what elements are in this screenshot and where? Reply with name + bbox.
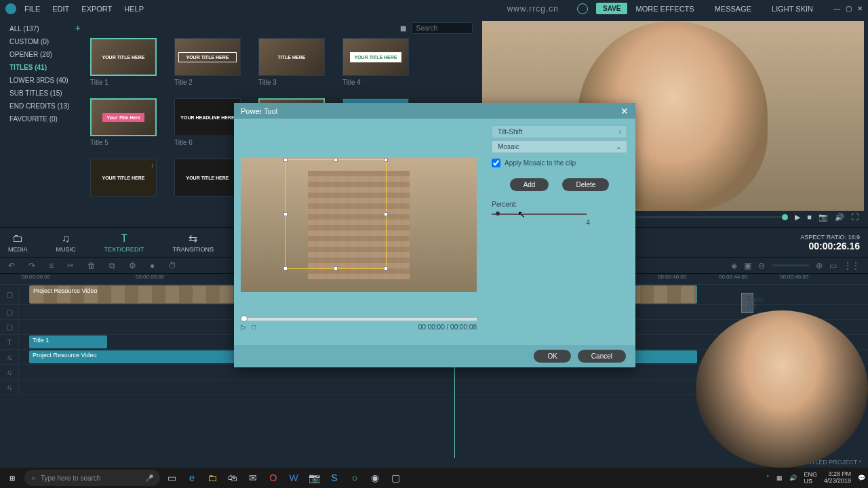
menu-message[interactable]: MESSAGE xyxy=(715,5,751,13)
maximize-icon[interactable]: ▢ xyxy=(846,5,852,12)
photos-icon[interactable]: 📷 xyxy=(305,469,323,487)
sidebar-item-custom[interactable]: CUSTOM (0) xyxy=(0,35,85,48)
tab-transitions[interactable]: ⇆TRANSITIONS xyxy=(173,232,214,253)
track-head-title[interactable]: T xyxy=(0,335,19,349)
download-icon[interactable]: ↓ xyxy=(151,161,154,169)
crop-handle[interactable] xyxy=(283,158,288,162)
menu-light-skin[interactable]: LIGHT SKIN xyxy=(772,5,813,13)
title-thumb[interactable]: YOUR TITLE HERE xyxy=(90,38,157,76)
modal-stop-icon[interactable]: □ xyxy=(252,323,256,331)
view-options-icon[interactable]: ⋮⋮ xyxy=(844,261,860,270)
search-input[interactable] xyxy=(412,22,473,34)
crop-icon[interactable]: ⧉ xyxy=(109,261,115,270)
language-indicator[interactable]: ENGUS xyxy=(804,471,817,485)
task-view-icon[interactable]: ▭ xyxy=(163,469,180,487)
system-clock[interactable]: 3:28 PM4/23/2019 xyxy=(824,471,851,485)
cut-icon[interactable]: ✂ xyxy=(67,261,74,270)
app-icon[interactable]: ▢ xyxy=(387,469,404,487)
percent-slider[interactable] xyxy=(492,214,587,215)
explorer-icon[interactable]: 🗀 xyxy=(203,469,221,487)
add-category-icon[interactable]: + xyxy=(75,22,81,33)
title-clip[interactable]: Title 1 xyxy=(29,336,107,348)
tilt-shift-panel[interactable]: Tilt-Shift› xyxy=(492,125,627,138)
crop-handle[interactable] xyxy=(384,266,388,270)
zoom-out-icon[interactable]: ⊖ xyxy=(758,261,765,270)
modal-seek-slider[interactable] xyxy=(241,318,477,321)
title-thumb[interactable]: YOUR TITLE HERE xyxy=(342,38,409,76)
track-head-overlay2[interactable]: ▢ xyxy=(0,320,19,334)
crop-handle[interactable] xyxy=(283,212,288,216)
sidebar-item-lower3rds[interactable]: LOWER 3RDS (40) xyxy=(0,74,85,87)
user-icon[interactable] xyxy=(577,3,588,14)
crop-handle[interactable] xyxy=(283,266,288,270)
title-thumb[interactable]: YOUR HEADLINE HERE xyxy=(174,98,241,136)
notifications-icon[interactable]: 💬 xyxy=(858,474,865,481)
power-tool-icon[interactable]: ⚙ xyxy=(129,261,136,270)
opera-icon[interactable]: O xyxy=(264,469,282,487)
title-thumb[interactable]: Your Title Here xyxy=(90,98,157,136)
crop-handle[interactable] xyxy=(384,212,388,216)
menu-more-effects[interactable]: MORE EFFECTS xyxy=(635,5,694,13)
mosaic-crop-box[interactable] xyxy=(285,159,387,269)
save-button[interactable]: SAVE xyxy=(596,3,628,14)
volume-tray-icon[interactable]: 🔊 xyxy=(789,474,797,481)
modal-play-icon[interactable]: ▷ xyxy=(241,323,246,331)
dialog-close-icon[interactable]: ✕ xyxy=(620,106,629,117)
track-head-audio[interactable]: ♫ xyxy=(0,350,19,364)
sidebar-item-all[interactable]: ALL (137) xyxy=(0,22,85,35)
camera-icon[interactable]: 📷 xyxy=(818,213,828,222)
close-icon[interactable]: ✕ xyxy=(857,5,863,12)
cancel-button[interactable]: Cancel xyxy=(578,350,626,363)
menu-export[interactable]: EXPORT xyxy=(81,5,112,13)
sidebar-item-favourite[interactable]: FAVOURITE (0) xyxy=(0,113,85,125)
store-icon[interactable]: 🛍 xyxy=(224,469,241,487)
zoom-slider[interactable] xyxy=(772,264,809,266)
whatsapp-icon[interactable]: ○ xyxy=(346,469,363,487)
minimize-icon[interactable]: — xyxy=(833,5,840,12)
track-head-audio3[interactable]: ♫ xyxy=(0,380,19,394)
tray-chevron-icon[interactable]: ˄ xyxy=(766,474,770,481)
track-head-audio2[interactable]: ♫ xyxy=(0,365,19,379)
ok-button[interactable]: OK xyxy=(534,350,570,363)
settings-icon[interactable]: ≡ xyxy=(49,261,54,270)
zoom-in-icon[interactable]: ⊕ xyxy=(816,261,823,270)
track-head-overlay[interactable]: ▢ xyxy=(0,305,19,319)
undo-icon[interactable]: ↶ xyxy=(8,261,15,270)
stop-icon[interactable]: ■ xyxy=(807,213,812,221)
mosaic-panel[interactable]: Mosaic⌄ xyxy=(492,140,627,153)
network-icon[interactable]: ▦ xyxy=(776,474,783,481)
record-icon[interactable]: ● xyxy=(150,261,155,270)
crop-handle[interactable] xyxy=(384,158,388,162)
chrome-icon[interactable]: ◉ xyxy=(366,469,384,487)
grid-view-icon[interactable]: ▦ xyxy=(400,24,406,32)
marker-icon[interactable]: ◈ xyxy=(731,261,737,270)
sidebar-item-opener[interactable]: OPENER (28) xyxy=(0,48,85,61)
render-icon[interactable]: ▣ xyxy=(744,261,751,270)
face-off-panel[interactable]: Face Off› xyxy=(741,293,753,313)
tab-media[interactable]: 🗀MEDIA xyxy=(8,232,28,253)
sidebar-item-subtitles[interactable]: SUB TITLES (15) xyxy=(0,87,85,100)
fullscreen-icon[interactable]: ⛶ xyxy=(851,213,859,221)
menu-edit[interactable]: EDIT xyxy=(52,5,69,13)
title-thumb[interactable]: YOUR TITLE HERE xyxy=(174,159,241,197)
fit-icon[interactable]: ▭ xyxy=(829,261,837,270)
delete-icon[interactable]: 🗑 xyxy=(87,261,96,270)
mail-icon[interactable]: ✉ xyxy=(244,469,262,487)
delete-button[interactable]: Delete xyxy=(562,178,609,191)
title-thumb[interactable]: YOUR TITLE HERE xyxy=(174,38,241,76)
skype-icon[interactable]: S xyxy=(326,469,343,487)
add-button[interactable]: Add xyxy=(510,178,549,191)
volume-icon[interactable]: 🔊 xyxy=(835,213,844,222)
redo-icon[interactable]: ↷ xyxy=(28,261,35,270)
title-thumb[interactable]: YOUR TITLE HERE↓ xyxy=(90,159,157,197)
sidebar-item-titles[interactable]: TITLES (41) xyxy=(0,61,85,74)
taskbar-search[interactable]: ○ Type here to search 🎤 xyxy=(24,470,160,486)
menu-file[interactable]: FILE xyxy=(24,5,40,13)
edge-icon[interactable]: e xyxy=(183,469,201,487)
crop-handle[interactable] xyxy=(334,158,338,162)
tab-text[interactable]: TTEXT/CREDIT xyxy=(104,232,144,253)
apply-mosaic-checkbox[interactable] xyxy=(492,159,500,167)
start-button[interactable]: ⊞ xyxy=(3,469,22,487)
tab-music[interactable]: ♫MUSIC xyxy=(56,232,76,253)
sidebar-item-endcredits[interactable]: END CREDITS (13) xyxy=(0,100,85,113)
